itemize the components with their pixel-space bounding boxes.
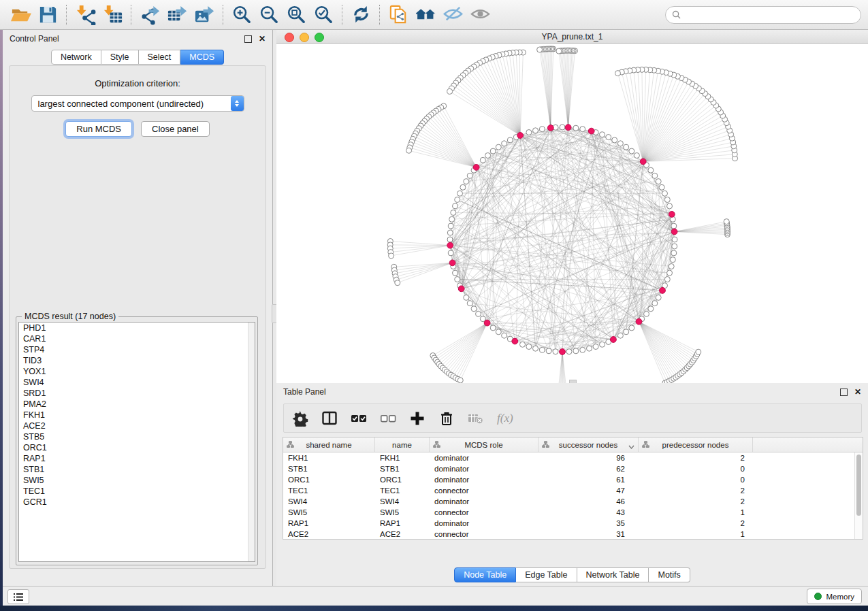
memory-status-icon: [814, 593, 822, 600]
delete-table-button[interactable]: [468, 410, 484, 427]
column-header-successor-nodes[interactable]: successor nodes: [539, 437, 639, 452]
network-canvas[interactable]: [276, 44, 868, 383]
maximize-window-icon[interactable]: [315, 33, 324, 42]
mcds-list-scrollbar[interactable]: [248, 323, 255, 561]
tab-select[interactable]: Select: [139, 50, 181, 65]
mcds-result-item[interactable]: SRD1: [19, 388, 255, 399]
run-mcds-button[interactable]: Run MCDS: [65, 121, 132, 137]
tab-network-table[interactable]: Network Table: [577, 567, 649, 582]
select-all-icon: [351, 410, 367, 427]
select-all-button[interactable]: [351, 410, 367, 427]
mcds-result-item[interactable]: ACE2: [19, 420, 255, 431]
table-row[interactable]: RAP1RAP1dominator352: [283, 518, 863, 529]
mcds-result-item[interactable]: RAP1: [19, 453, 255, 464]
mcds-result-item[interactable]: TEC1: [19, 486, 255, 497]
mcds-result-item[interactable]: GCR1: [19, 497, 255, 508]
hide-selected-button[interactable]: [440, 3, 465, 27]
delete-button[interactable]: [438, 410, 455, 427]
table-close-panel-icon[interactable]: ✕: [854, 388, 861, 396]
cell-name: RAP1: [375, 519, 430, 527]
column-header-predecessor-nodes[interactable]: predecessor nodes: [639, 437, 753, 452]
tab-motifs[interactable]: Motifs: [649, 567, 690, 582]
mcds-result-item[interactable]: STB1: [19, 464, 255, 475]
cell-successor-nodes: 31: [539, 530, 639, 538]
export-image-button[interactable]: [192, 3, 216, 27]
node-table-header: shared namenameMCDS rolesuccessor nodesp…: [283, 437, 863, 452]
save-button[interactable]: [35, 3, 60, 27]
export-table-button[interactable]: [165, 3, 189, 27]
mcds-result-item[interactable]: PMA2: [19, 399, 255, 410]
search-box[interactable]: [665, 6, 861, 24]
add-button[interactable]: [409, 410, 425, 427]
table-scrollbar-thumb[interactable]: [856, 455, 861, 516]
export-network-button[interactable]: [138, 3, 162, 27]
table-row[interactable]: ACE2ACE2connector311: [283, 529, 863, 540]
zoom-out-icon: [259, 4, 280, 25]
network-window-titlebar[interactable]: YPA_prune.txt_1: [276, 30, 868, 44]
mcds-result-item[interactable]: TID3: [19, 355, 255, 366]
window-traffic-lights: [285, 33, 324, 42]
column-header-shared-name[interactable]: shared name: [283, 437, 375, 452]
control-panel-tabs: NetworkStyleSelectMCDS: [3, 50, 272, 65]
cell-predecessor-nodes: 2: [639, 519, 753, 527]
mcds-result-item[interactable]: YOX1: [19, 366, 255, 377]
zoom-in-button[interactable]: [229, 3, 254, 27]
table-row[interactable]: STB1STB1dominator620: [283, 463, 863, 474]
new-network-from-selection-button[interactable]: [386, 3, 411, 27]
mcds-result-item[interactable]: SWI5: [19, 475, 255, 486]
tab-mcds[interactable]: MCDS: [180, 50, 224, 65]
show-all-button[interactable]: [468, 3, 492, 27]
table-toolbar: f(x): [283, 403, 862, 433]
cell-name: SWI4: [375, 497, 430, 506]
mcds-result-item[interactable]: CAR1: [19, 333, 255, 344]
close-panel-icon[interactable]: ✕: [259, 35, 266, 43]
network-view-window: YPA_prune.txt_1: [276, 30, 868, 383]
minimize-window-icon[interactable]: [300, 33, 309, 42]
table-row[interactable]: SWI4SWI4dominator462: [283, 496, 863, 507]
float-panel-icon[interactable]: [244, 35, 252, 43]
cell-name: ORC1: [375, 476, 430, 484]
import-network-button[interactable]: [73, 3, 97, 27]
column-label: MCDS role: [464, 441, 502, 449]
tab-network[interactable]: Network: [51, 50, 101, 65]
memory-button[interactable]: Memory: [807, 589, 862, 604]
zoom-selected-button[interactable]: [311, 3, 336, 27]
table-row[interactable]: TEC1TEC1connector472: [283, 485, 863, 496]
tab-edge-table[interactable]: Edge Table: [516, 567, 577, 582]
mcds-result-item[interactable]: STP4: [19, 344, 255, 355]
search-input[interactable]: [685, 10, 854, 20]
close-window-icon[interactable]: [285, 33, 294, 42]
function-icon: f(x): [497, 412, 513, 425]
tab-style[interactable]: Style: [101, 50, 139, 65]
column-header-name[interactable]: name: [375, 437, 430, 452]
mcds-result-item[interactable]: PHD1: [19, 323, 255, 333]
mcds-result-item[interactable]: STB5: [19, 431, 255, 442]
optimization-criterion-select[interactable]: largest connected component (undirected): [31, 95, 244, 112]
mcds-result-list[interactable]: PHD1CAR1STP4TID3YOX1SWI4SRD1PMA2FKH1ACE2…: [18, 322, 255, 562]
mcds-result-item[interactable]: FKH1: [19, 410, 255, 420]
first-neighbors-button[interactable]: [413, 3, 438, 27]
mcds-result-item[interactable]: SWI4: [19, 377, 255, 388]
deselect-all-button[interactable]: [380, 410, 396, 427]
zoom-fit-button[interactable]: [284, 3, 308, 27]
cell-MCDS-role: connector: [430, 508, 539, 516]
close-panel-button[interactable]: Close panel: [141, 121, 210, 137]
tab-node-table[interactable]: Node Table: [454, 567, 516, 582]
main-toolbar: [0, 0, 868, 30]
columns-button[interactable]: [321, 410, 338, 427]
show-panels-button[interactable]: [7, 589, 29, 604]
table-row[interactable]: FKH1FKH1dominator962: [283, 452, 863, 463]
memory-button-label: Memory: [826, 593, 854, 601]
column-header-MCDS-role[interactable]: MCDS role: [430, 437, 539, 452]
function-button[interactable]: f(x): [497, 412, 513, 425]
open-button[interactable]: [8, 3, 33, 27]
gear-button[interactable]: [292, 410, 308, 427]
mcds-result-item[interactable]: ORC1: [19, 442, 255, 453]
refresh-button[interactable]: [349, 3, 373, 27]
zoom-out-button[interactable]: [257, 3, 281, 27]
table-row[interactable]: SWI5SWI5connector431: [283, 507, 863, 518]
table-scrollbar[interactable]: [854, 452, 863, 539]
table-row[interactable]: ORC1ORC1dominator610: [283, 474, 863, 485]
table-float-panel-icon[interactable]: [840, 389, 848, 396]
import-table-button[interactable]: [100, 3, 125, 27]
